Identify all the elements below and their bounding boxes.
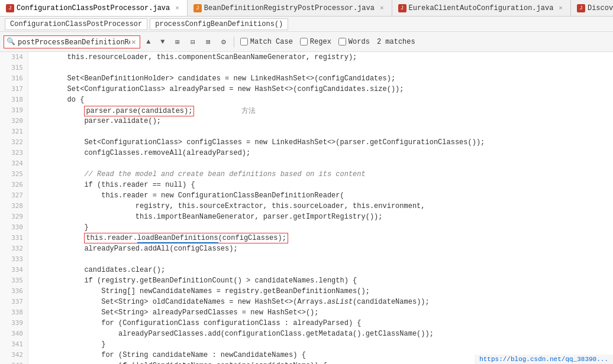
tab-configuration-class[interactable]: J ConfigurationClassPostProcessor.java × bbox=[0, 0, 188, 17]
tab-label-3: EurekaClientAutoConfiguration.java bbox=[409, 4, 554, 12]
line-number: 339 bbox=[0, 318, 28, 329]
code-line: Set<String> oldCandidateNames = new Hash… bbox=[33, 297, 613, 307]
line-number: 328 bbox=[0, 201, 28, 212]
line-number: 336 bbox=[0, 286, 28, 297]
line-number: 317 bbox=[0, 84, 28, 95]
status-url: https://blog.csdn.net/qq_38390... bbox=[479, 356, 608, 363]
code-line: parser.parse(candidates);方法 bbox=[33, 105, 613, 116]
line-number: 333 bbox=[0, 254, 28, 265]
line-number: 329 bbox=[0, 212, 28, 222]
matches-count: 2 matches bbox=[377, 38, 415, 46]
tab-eureka[interactable]: J EurekaClientAutoConfiguration.java × bbox=[392, 0, 571, 17]
code-line: parser.validate(); bbox=[33, 116, 613, 126]
match-case-option[interactable]: Match Case bbox=[240, 38, 293, 46]
line-number: 320 bbox=[0, 116, 28, 126]
java-file-icon-4: J bbox=[577, 4, 585, 12]
search-prev-btn[interactable]: ▲ bbox=[143, 36, 154, 48]
match-box: parser.parse(candidates); bbox=[84, 106, 194, 116]
code-line: } bbox=[33, 339, 613, 350]
search-input[interactable] bbox=[18, 38, 130, 46]
search-options: Match Case Regex Words bbox=[240, 38, 370, 46]
line-number: 314 bbox=[0, 52, 28, 63]
method-underline: loadBeanDefinitions bbox=[137, 234, 218, 243]
search-icon: 🔍 bbox=[7, 37, 15, 46]
code-line: Set<ConfigurationClass> alreadyParsed = … bbox=[33, 84, 613, 95]
code-line: Set<ConfigurationClass> configClasses = … bbox=[33, 137, 613, 148]
search-clear-btn[interactable]: ✕ bbox=[130, 37, 137, 47]
line-numbers: 3143153163173183193203213223233243253263… bbox=[0, 52, 28, 364]
line-number: 327 bbox=[0, 190, 28, 201]
code-line bbox=[33, 63, 613, 73]
code-line: this.importBeanNameGenerator, parser.get… bbox=[33, 212, 613, 222]
line-number: 319 bbox=[0, 105, 28, 116]
code-line: this.reader.loadBeanDefinitions(configCl… bbox=[33, 233, 613, 243]
line-number: 332 bbox=[0, 243, 28, 254]
search-input-wrapper[interactable]: 🔍 ✕ bbox=[4, 35, 140, 48]
search-bar: 🔍 ✕ ▲ ▼ ⊞ ⊟ ⊠ ⚙ Match Case Regex Words 2… bbox=[0, 32, 613, 52]
tab-discovery[interactable]: J DiscoveryClientOptionalArgsConf... × bbox=[571, 0, 613, 17]
line-number: 338 bbox=[0, 307, 28, 318]
status-bar: https://blog.csdn.net/qq_38390... bbox=[475, 355, 613, 364]
line-number: 330 bbox=[0, 222, 28, 233]
code-line bbox=[33, 158, 613, 169]
line-number: 323 bbox=[0, 148, 28, 158]
code-line: alreadyParsedClasses.add(configurationCl… bbox=[33, 329, 613, 339]
breadcrumb-method[interactable]: processConfigBeanDefinitions() bbox=[150, 18, 288, 30]
line-number: 315 bbox=[0, 63, 28, 73]
line-number: 331 bbox=[0, 233, 28, 243]
words-option[interactable]: Words bbox=[338, 38, 370, 46]
search-divider bbox=[234, 37, 234, 47]
search-toggle-btn[interactable]: ⊟ bbox=[186, 36, 199, 48]
chinese-annotation: 方法 bbox=[241, 106, 256, 115]
words-label: Words bbox=[349, 38, 370, 46]
line-number: 322 bbox=[0, 137, 28, 148]
line-number: 337 bbox=[0, 297, 28, 307]
code-line: this.resourceLoader, this.componentScanB… bbox=[33, 52, 613, 63]
line-number: 321 bbox=[0, 126, 28, 137]
tab-bean-definition[interactable]: J BeanDefinitionRegistryPostProcessor.ja… bbox=[188, 0, 392, 17]
tab-label: ConfigurationClassPostProcessor.java bbox=[17, 4, 170, 12]
code-line: if (this.reader == null) { bbox=[33, 180, 613, 190]
breadcrumb-class[interactable]: ConfigurationClassPostProcessor bbox=[5, 18, 147, 30]
search-find-all-btn[interactable]: ⊞ bbox=[171, 36, 184, 48]
regex-label: Regex bbox=[310, 38, 331, 46]
line-number: 318 bbox=[0, 95, 28, 105]
code-line: do { bbox=[33, 95, 613, 105]
code-line: candidates.clear(); bbox=[33, 265, 613, 275]
code-area[interactable]: this.resourceLoader, this.componentScanB… bbox=[28, 52, 613, 364]
code-line: configClasses.removeAll(alreadyParsed); bbox=[33, 148, 613, 158]
code-line: } bbox=[33, 222, 613, 233]
code-line bbox=[33, 126, 613, 137]
code-line: registry, this.sourceExtractor, this.sou… bbox=[33, 201, 613, 212]
search-next-btn[interactable]: ▼ bbox=[157, 36, 169, 48]
code-line: // Read the model and create bean defini… bbox=[33, 169, 613, 180]
regex-checkbox[interactable] bbox=[300, 38, 308, 46]
tab-label-4: DiscoveryClientOptionalArgsConf... bbox=[588, 4, 613, 12]
code-line bbox=[33, 254, 613, 265]
line-number: 324 bbox=[0, 158, 28, 169]
code-line: for (ConfigurationClass configurationCla… bbox=[33, 318, 613, 329]
line-number: 343 bbox=[0, 360, 28, 364]
match-box-2: this.reader.loadBeanDefinitions(configCl… bbox=[84, 233, 288, 243]
tab-close-btn-3[interactable]: × bbox=[557, 4, 564, 12]
tab-close-btn[interactable]: × bbox=[173, 4, 181, 12]
match-case-checkbox[interactable] bbox=[240, 38, 248, 46]
line-number: 341 bbox=[0, 339, 28, 350]
tab-label-2: BeanDefinitionRegistryPostProcessor.java bbox=[204, 4, 375, 12]
code-line: Set<BeanDefinitionHolder> candidates = n… bbox=[33, 73, 613, 84]
search-settings-btn[interactable]: ⚙ bbox=[217, 36, 230, 48]
line-number: 335 bbox=[0, 275, 28, 286]
java-file-icon-2: J bbox=[193, 4, 202, 12]
line-number: 325 bbox=[0, 169, 28, 180]
code-line: this.reader = new ConfigurationClassBean… bbox=[33, 190, 613, 201]
code-comment: // Read the model and create bean defini… bbox=[33, 170, 366, 178]
line-number: 326 bbox=[0, 180, 28, 190]
tab-bar: J ConfigurationClassPostProcessor.java ×… bbox=[0, 0, 613, 17]
search-replace-btn[interactable]: ⊠ bbox=[202, 36, 215, 48]
editor-area: 3143153163173183193203213223233243253263… bbox=[0, 52, 613, 364]
match-case-label: Match Case bbox=[250, 38, 293, 46]
regex-option[interactable]: Regex bbox=[300, 38, 331, 46]
line-number: 316 bbox=[0, 73, 28, 84]
tab-close-btn-2[interactable]: × bbox=[378, 4, 386, 12]
words-checkbox[interactable] bbox=[338, 38, 346, 46]
